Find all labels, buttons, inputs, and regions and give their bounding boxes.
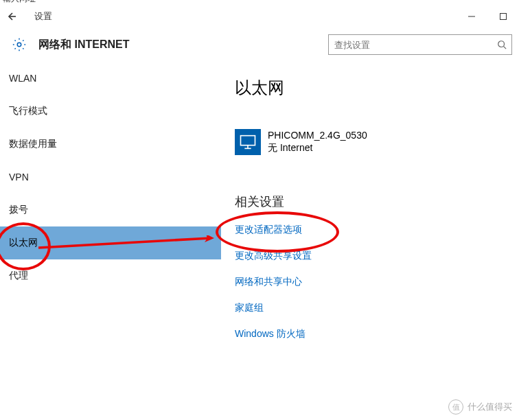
svg-point-4 <box>498 41 505 47</box>
page-title: 以太网 <box>235 77 519 99</box>
network-entry[interactable]: PHICOMM_2.4G_0530 无 Internet <box>235 129 519 155</box>
sidebar-item-wlan[interactable]: WLAN <box>0 62 221 95</box>
sidebar-item-label: 拨号 <box>9 204 28 216</box>
network-name: PHICOMM_2.4G_0530 <box>268 129 367 141</box>
link-advanced-sharing[interactable]: 更改高级共享设置 <box>235 250 519 262</box>
address-bar: 輸入网址 <box>0 0 519 5</box>
link-adapter-options[interactable]: 更改适配器选项 <box>235 224 519 236</box>
search-input[interactable] <box>329 40 492 50</box>
header-title: 网络和 INTERNET <box>38 38 328 52</box>
minimize-button[interactable] <box>456 5 487 27</box>
sidebar-item-label: WLAN <box>9 73 36 84</box>
settings-window: 设置 网络和 INTERNET WLAN 飞行模式 数据使用量 VPN 拨号 以… <box>0 5 519 420</box>
svg-rect-6 <box>241 136 255 145</box>
main-content: 以太网 PHICOMM_2.4G_0530 无 Internet 相关设置 更改… <box>221 62 519 415</box>
link-network-center[interactable]: 网络和共享中心 <box>235 276 519 288</box>
ethernet-icon <box>235 129 261 155</box>
header: 网络和 INTERNET <box>0 27 519 62</box>
gear-icon <box>0 37 38 52</box>
related-links: 更改适配器选项 更改高级共享设置 网络和共享中心 家庭组 Windows 防火墙 <box>235 224 519 340</box>
back-button[interactable] <box>0 5 22 27</box>
sidebar-item-dialup[interactable]: 拨号 <box>0 194 221 226</box>
svg-rect-2 <box>500 14 507 20</box>
link-homegroup[interactable]: 家庭组 <box>235 302 519 314</box>
sidebar-item-airplane[interactable]: 飞行模式 <box>0 95 221 128</box>
link-firewall[interactable]: Windows 防火墙 <box>235 328 519 340</box>
watermark: 值 什么值得买 <box>448 399 512 415</box>
search-box[interactable] <box>328 34 512 55</box>
window-title: 设置 <box>34 10 52 23</box>
sidebar-item-vpn[interactable]: VPN <box>0 161 221 194</box>
sidebar-item-ethernet[interactable]: 以太网 <box>0 226 221 259</box>
title-bar: 设置 <box>0 5 519 27</box>
related-heading: 相关设置 <box>235 194 519 210</box>
sidebar-item-label: 以太网 <box>9 237 38 249</box>
sidebar: WLAN 飞行模式 数据使用量 VPN 拨号 以太网 代理 <box>0 62 221 415</box>
sidebar-item-label: VPN <box>9 172 29 183</box>
svg-line-5 <box>504 47 507 49</box>
sidebar-item-datausage[interactable]: 数据使用量 <box>0 128 221 161</box>
watermark-text: 什么值得买 <box>468 401 512 413</box>
sidebar-item-label: 数据使用量 <box>9 138 57 150</box>
watermark-badge: 值 <box>448 399 463 415</box>
network-status: 无 Internet <box>268 141 367 154</box>
sidebar-item-label: 飞行模式 <box>9 105 47 117</box>
svg-point-3 <box>17 43 21 47</box>
network-text: PHICOMM_2.4G_0530 无 Internet <box>268 129 367 154</box>
search-icon <box>492 40 511 49</box>
sidebar-item-label: 代理 <box>9 270 28 282</box>
sidebar-item-proxy[interactable]: 代理 <box>0 259 221 292</box>
maximize-button[interactable] <box>487 5 519 27</box>
